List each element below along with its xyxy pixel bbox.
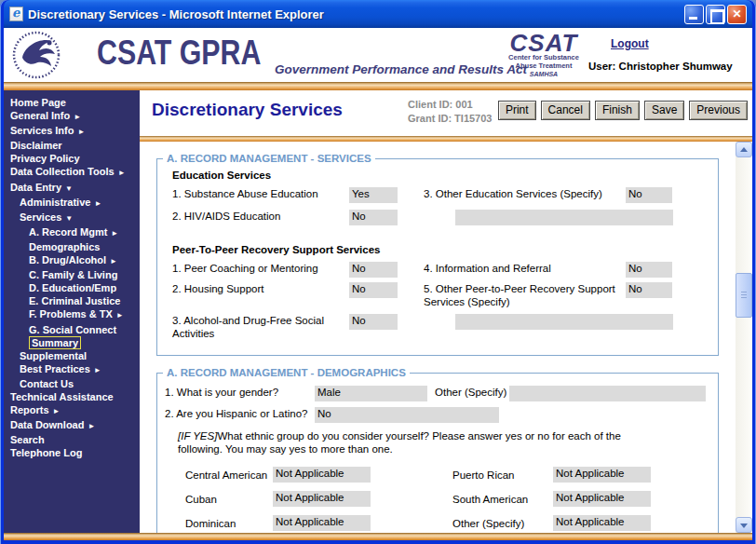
submenu-down-arrow-icon: [65, 211, 73, 223]
gender-other-specify-field: [509, 386, 706, 401]
navigation-sidebar: Home Page General Info Services Info Dis…: [4, 90, 140, 533]
sidebar-item-supplemental[interactable]: Supplemental: [4, 349, 140, 362]
form-scroll-area: A. RECORD MANAGEMENT - SERVICES Educatio…: [140, 142, 736, 533]
sidebar-item-summary[interactable]: Summary: [4, 336, 140, 349]
logged-in-user: User: Christopher Shumway: [588, 61, 749, 72]
housing-support-label: 2. Housing Support: [172, 282, 349, 295]
other-education-services-specify-field: [455, 210, 673, 225]
action-buttons: Print Cancel Finish Save Previous: [498, 101, 748, 120]
sidebar-item-administrative[interactable]: Administrative: [4, 196, 140, 211]
page-title: Discretionary Services: [152, 100, 343, 120]
client-id: Client ID: 001: [408, 98, 492, 112]
cuban-label: Cuban: [185, 494, 273, 505]
cancel-button[interactable]: Cancel: [541, 101, 590, 120]
hhs-eagle-logo-icon: [11, 30, 61, 80]
submenu-right-arrow-icon: [94, 363, 101, 374]
sidebar-item-education-emp[interactable]: D. Education/Emp: [4, 281, 140, 294]
puerto-rican-label: Puerto Rican: [452, 469, 553, 481]
logout-link[interactable]: Logout: [611, 37, 649, 50]
sidebar-item-problems-tx[interactable]: F. Problems & TX: [4, 307, 140, 322]
vertical-scrollbar[interactable]: [736, 142, 752, 533]
sidebar-item-general-info[interactable]: General Info: [4, 109, 140, 124]
sidebar-item-drug-alcohol[interactable]: B. Drug/Alcohol: [4, 253, 140, 268]
other-education-services-label: 3. Other Education Services (Specify): [424, 187, 626, 200]
header-divider-bar: [4, 82, 752, 90]
gender-other-specify-label: Other (Specify): [435, 386, 509, 399]
information-referral-label: 4. Information and Referral: [424, 262, 626, 275]
other-peer-recovery-label: 5. Other Peer-to-Peer Recovery Support S…: [424, 282, 626, 308]
sidebar-item-family-living[interactable]: C. Family & Living: [4, 268, 140, 281]
sidebar-item-home-page[interactable]: Home Page: [4, 96, 140, 109]
submenu-right-arrow-icon: [77, 125, 85, 136]
scroll-down-button[interactable]: [736, 517, 752, 533]
puerto-rican-value: Not Applicable: [553, 467, 651, 483]
scroll-up-button[interactable]: [736, 142, 752, 157]
internet-explorer-document-icon: [9, 7, 23, 21]
maximize-button[interactable]: [706, 5, 725, 24]
alcohol-drug-free-social-value: No: [349, 314, 398, 330]
gender-question-label: 1. What is your gender?: [165, 386, 315, 399]
sidebar-item-data-collection-tools[interactable]: Data Collection Tools: [4, 165, 140, 180]
sidebar-item-services[interactable]: Services: [4, 211, 140, 225]
sidebar-item-demographics[interactable]: Demographics: [4, 240, 140, 253]
sidebar-item-data-download[interactable]: Data Download: [4, 418, 140, 433]
gpra-tagline: Government Performance and Results Act: [275, 62, 527, 76]
scrollbar-thumb[interactable]: [736, 273, 752, 318]
record-ids: Client ID: 001 Grant ID: TI15703: [408, 98, 492, 126]
other-peer-recovery-value: No: [626, 282, 672, 298]
submenu-right-arrow-icon: [111, 226, 118, 238]
submenu-right-arrow-icon: [74, 110, 81, 121]
submenu-down-arrow-icon: [65, 182, 73, 193]
submenu-right-arrow-icon: [94, 197, 101, 208]
sidebar-item-criminal-justice[interactable]: E. Criminal Justice: [4, 294, 140, 307]
submenu-right-arrow-icon: [88, 419, 95, 430]
ethnic-other-specify-value: Not Applicable: [553, 515, 651, 531]
sidebar-item-best-practices[interactable]: Best Practices: [4, 362, 140, 377]
south-american-label: South American: [452, 494, 553, 505]
previous-button[interactable]: Previous: [689, 101, 748, 120]
finish-button[interactable]: Finish: [595, 101, 640, 120]
hispanic-question-label: 2. Are you Hispanic or Latino?: [165, 407, 315, 420]
housing-support-value: No: [349, 282, 398, 298]
education-services-heading: Education Services: [172, 170, 718, 181]
save-button[interactable]: Save: [644, 101, 684, 120]
substance-abuse-education-label: 1. Substance Abuse Education: [172, 187, 349, 200]
csat-gpra-logo: CSAT GPRA: [97, 34, 261, 73]
other-education-services-value: No: [626, 187, 672, 203]
information-referral-value: No: [626, 262, 672, 278]
peer-recovery-heading: Peer-To-Peer Recovery Support Services: [172, 244, 718, 255]
csat-samhsa-logo: CSAT Center for Substance Abuse Treatmen…: [499, 32, 588, 78]
focused-nav-outline: Summary: [29, 336, 81, 349]
sidebar-item-technical-assistance[interactable]: Technical Assistance: [4, 390, 140, 403]
hiv-aids-education-value: No: [349, 210, 398, 225]
submenu-right-arrow-icon: [110, 254, 117, 265]
close-button[interactable]: [727, 5, 747, 24]
sidebar-item-social-connect[interactable]: G. Social Connect: [4, 323, 140, 336]
sidebar-item-data-entry[interactable]: Data Entry: [4, 181, 140, 196]
section-demographics-legend: A. RECORD MANAGEMENT - DEMOGRAPHICS: [163, 367, 410, 378]
submenu-right-arrow-icon: [116, 308, 124, 320]
sidebar-item-reports[interactable]: Reports: [4, 403, 140, 418]
cuban-value: Not Applicable: [273, 491, 371, 507]
other-peer-recovery-specify-field: [455, 314, 673, 330]
peer-coaching-value: No: [349, 262, 398, 278]
sidebar-item-telephone-log[interactable]: Telephone Log: [4, 446, 140, 459]
sidebar-item-privacy-policy[interactable]: Privacy Policy: [4, 152, 140, 165]
sidebar-item-record-mgmt[interactable]: A. Record Mgmt: [4, 225, 140, 240]
sidebar-item-services-info[interactable]: Services Info: [4, 124, 140, 139]
section-record-management-services: A. RECORD MANAGEMENT - SERVICES Educatio…: [156, 153, 719, 356]
ethnic-other-specify-label: Other (Specify): [452, 518, 553, 529]
sidebar-item-contact-us[interactable]: Contact Us: [4, 377, 140, 390]
gender-value: Male: [315, 386, 427, 401]
section-record-management-demographics: A. RECORD MANAGEMENT - DEMOGRAPHICS 1. W…: [156, 367, 719, 533]
sidebar-item-search[interactable]: Search: [4, 433, 140, 446]
minimize-button[interactable]: [684, 5, 704, 24]
title-bar[interactable]: Discretionary Services - Microsoft Inter…: [4, 0, 752, 28]
alcohol-drug-free-social-label: 3. Alcohol-and Drug-Free Social Activiti…: [172, 314, 349, 340]
print-button[interactable]: Print: [498, 101, 536, 120]
hispanic-value: No: [315, 407, 499, 423]
if-yes-condition: [IF YES]: [178, 430, 217, 442]
submenu-right-arrow-icon: [118, 166, 126, 177]
footer-divider-bar: [4, 533, 752, 540]
sidebar-item-disclaimer[interactable]: Disclaimer: [4, 139, 140, 152]
